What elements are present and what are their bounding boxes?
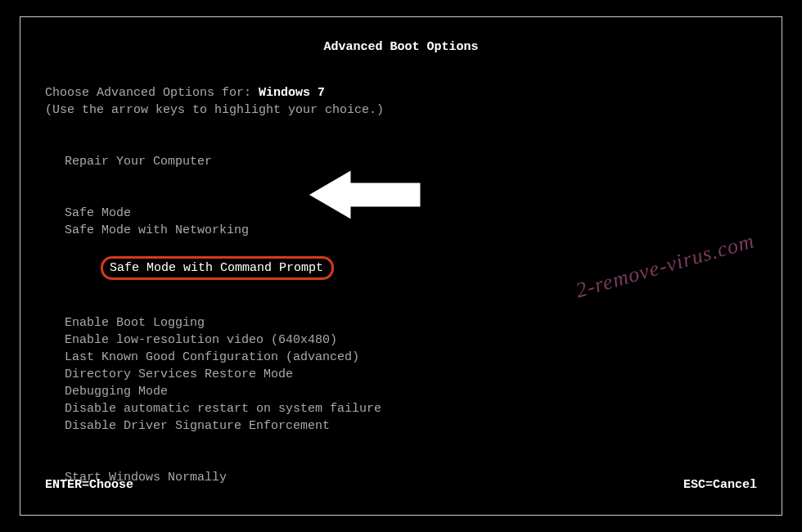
- footer-esc: ESC=Cancel: [683, 478, 757, 492]
- choose-line: Choose Advanced Options for: Windows 7: [45, 84, 757, 101]
- option-last-known-good[interactable]: Last Known Good Configuration (advanced): [45, 349, 757, 366]
- footer-enter: ENTER=Choose: [45, 478, 133, 492]
- option-disable-driver-sig[interactable]: Disable Driver Signature Enforcement: [45, 417, 757, 435]
- option-safe-mode-cmd-row[interactable]: Safe Mode with Command Prompt: [45, 239, 757, 297]
- main-content: Choose Advanced Options for: Windows 7 (…: [45, 84, 757, 532]
- page-title: Advanced Boot Options: [20, 40, 782, 54]
- choose-prefix: Choose Advanced Options for:: [45, 86, 259, 100]
- option-low-res[interactable]: Enable low-resolution video (640x480): [45, 331, 757, 349]
- boot-screen-frame: Advanced Boot Options Choose Advanced Op…: [20, 16, 782, 516]
- option-safe-mode[interactable]: Safe Mode: [45, 205, 757, 222]
- instruction-line: (Use the arrow keys to highlight your ch…: [45, 101, 757, 119]
- option-repair[interactable]: Repair Your Computer: [45, 153, 757, 170]
- option-debugging[interactable]: Debugging Mode: [45, 383, 757, 400]
- os-name: Windows 7: [259, 86, 325, 100]
- footer-bar: ENTER=Choose ESC=Cancel: [45, 478, 757, 492]
- option-boot-logging[interactable]: Enable Boot Logging: [45, 314, 757, 331]
- option-directory-services[interactable]: Directory Services Restore Mode: [45, 366, 757, 383]
- option-safe-mode-cmd-highlight: Safe Mode with Command Prompt: [101, 256, 334, 280]
- option-safe-mode-networking[interactable]: Safe Mode with Networking: [45, 222, 757, 239]
- option-disable-auto-restart[interactable]: Disable automatic restart on system fail…: [45, 400, 757, 417]
